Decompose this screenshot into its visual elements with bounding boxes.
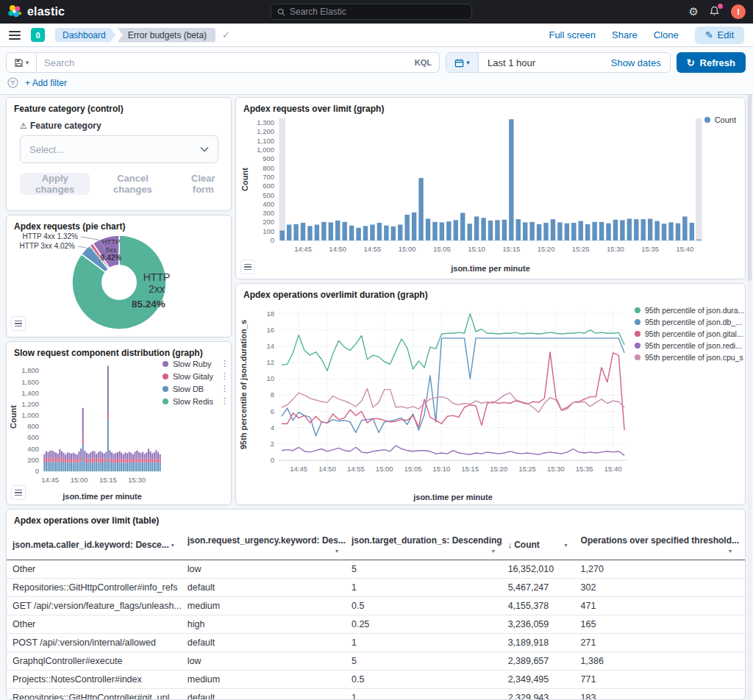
edit-button[interactable]: ✎ Edit: [695, 26, 744, 44]
table-cell: 1: [351, 579, 508, 597]
legend-item[interactable]: Count: [704, 115, 736, 124]
sort-caret-icon[interactable]: ▾: [729, 548, 732, 554]
column-header[interactable]: Operations over specified threshold...▾: [581, 530, 745, 560]
table-cell: 5,467,247: [508, 579, 581, 597]
share-button[interactable]: Share: [612, 29, 638, 40]
svg-text:1,800: 1,800: [21, 366, 39, 374]
svg-text:json.time per minute: json.time per minute: [413, 493, 493, 501]
legend-toggle-icon[interactable]: [11, 316, 26, 331]
avatar[interactable]: I: [731, 4, 746, 19]
legend-menu-icon[interactable]: ⋮: [221, 384, 229, 393]
page-scrollbar[interactable]: [747, 24, 752, 700]
legend-item[interactable]: Slow Redis⋮: [163, 396, 229, 406]
data-table: json.meta.caller_id.keyword: Desce...▾js…: [7, 530, 745, 700]
breadcrumb-bar: 0 Dashboard Error budgets (beta) ✓ Full …: [0, 24, 753, 47]
clone-button[interactable]: Clone: [654, 29, 679, 40]
refresh-button[interactable]: ↻ Refresh: [677, 52, 746, 73]
kql-button[interactable]: KQL: [415, 58, 432, 67]
refresh-icon: ↻: [687, 57, 695, 68]
legend-label: 95th percentile of json.cpu_s: [645, 353, 743, 362]
filter-icon[interactable]: [7, 77, 18, 88]
line-chart[interactable]: 02468101214161814:4514:5014:5515:0015:05…: [236, 297, 633, 504]
legend-menu-icon[interactable]: ⋮: [221, 371, 229, 381]
cancel-changes-button[interactable]: Cancel changes: [96, 173, 169, 195]
table-cell: 3,236,059: [508, 615, 581, 634]
legend-label: Slow DB: [173, 385, 204, 393]
saved-query-menu-button[interactable]: ▾: [6, 52, 37, 73]
column-header[interactable]: json.request_urgency.keyword: Des...▾: [188, 530, 351, 560]
breadcrumb-check-icon[interactable]: ✓: [222, 29, 230, 40]
table-cell: GraphqlController#execute: [7, 652, 188, 671]
bar-chart[interactable]: 01002003004005006007008009001,0001,1001,…: [236, 113, 745, 276]
svg-text:18: 18: [266, 310, 274, 318]
clear-form-button[interactable]: Clear form: [176, 173, 231, 195]
svg-text:8: 8: [271, 390, 274, 399]
show-dates-button[interactable]: Show dates: [602, 57, 670, 68]
table-cell: 271: [581, 634, 745, 652]
svg-text:15:00: 15:00: [399, 245, 416, 253]
sort-caret-icon[interactable]: ▾: [565, 542, 568, 549]
legend-menu-icon[interactable]: ⋮: [221, 396, 229, 406]
elastic-logo-icon: [7, 4, 22, 19]
table-cell: Repositories::GitHttpController#git_upl.…: [7, 689, 188, 700]
legend-item[interactable]: 95th percentile of json.dura...: [635, 306, 744, 315]
legend-item[interactable]: 95th percentile of json.db_...: [635, 318, 744, 326]
table-cell: Other: [7, 560, 188, 579]
gear-icon[interactable]: ⚙: [689, 5, 699, 18]
space-avatar[interactable]: 0: [31, 28, 45, 42]
legend-label: 95th percentile of json.gital...: [645, 329, 743, 338]
column-header[interactable]: json.meta.caller_id.keyword: Desce...▾: [7, 530, 188, 560]
legend-item[interactable]: Slow Ruby⋮: [163, 359, 229, 368]
svg-text:14:55: 14:55: [347, 465, 365, 473]
sort-caret-icon[interactable]: ▾: [335, 548, 338, 554]
svg-text:json.time per minute: json.time per minute: [450, 264, 530, 273]
legend-item[interactable]: 95th percentile of json.gital...: [635, 329, 744, 338]
table-cell: 771: [581, 671, 745, 689]
stacked-bar-chart[interactable]: 02004006008001,0001,2001,4001,6001,80014…: [8, 357, 164, 504]
sort-caret-icon[interactable]: ▾: [171, 542, 174, 549]
sort-caret-icon[interactable]: ▾: [492, 548, 495, 554]
feature-category-select[interactable]: Select...: [20, 135, 218, 163]
table-cell: default: [188, 689, 351, 700]
svg-text:14:45: 14:45: [294, 245, 312, 253]
time-range-value[interactable]: Last 1 hour: [479, 57, 602, 68]
panel-apdex-operations-overlimit-duration: Apdex operations overlimit duration (gra…: [235, 283, 746, 505]
save-icon: [14, 58, 24, 68]
table-cell: medium: [188, 671, 351, 689]
legend-label: 95th percentile of json.dura...: [645, 306, 744, 315]
svg-text:15:05: 15:05: [404, 465, 422, 473]
legend-toggle-icon[interactable]: [11, 485, 26, 500]
legend-menu-icon[interactable]: ⋮: [221, 359, 229, 368]
search-input[interactable]: Search KQL: [37, 52, 440, 73]
legend-item[interactable]: 95th percentile of json.cpu_s: [635, 353, 744, 362]
global-search-input[interactable]: Search Elastic: [271, 4, 472, 20]
legend-toggle-icon[interactable]: [240, 260, 255, 274]
add-filter-button[interactable]: + Add filter: [25, 78, 67, 88]
quick-select-button[interactable]: ▾: [446, 53, 479, 72]
column-header[interactable]: json.target_duration_s: Descending▾: [351, 530, 508, 560]
svg-text:15:15: 15:15: [461, 465, 479, 473]
svg-text:15:40: 15:40: [677, 245, 694, 253]
apply-changes-button[interactable]: Apply changes: [20, 173, 90, 195]
panel-slow-request-distribution: Slow request component distribution (gra…: [6, 341, 232, 505]
breadcrumb-dashboard[interactable]: Dashboard: [55, 28, 116, 43]
column-header[interactable]: ↓Count▾: [508, 530, 581, 560]
svg-text:15:25: 15:25: [572, 245, 590, 253]
table-row: Otherhigh0.253,236,059165: [7, 615, 745, 634]
full-screen-button[interactable]: Full screen: [549, 29, 596, 40]
legend-item[interactable]: 95th percentile of json.redi...: [635, 341, 744, 350]
svg-text:100: 100: [263, 227, 274, 235]
svg-text:1,000: 1,000: [257, 146, 274, 154]
legend-dot-icon: [163, 399, 168, 404]
svg-text:14:50: 14:50: [318, 465, 336, 473]
table-cell: 0.5: [351, 671, 508, 689]
svg-text:1,200: 1,200: [21, 400, 39, 408]
scrollbar-thumb[interactable]: [748, 75, 752, 281]
legend-item[interactable]: Slow Gitaly⋮: [163, 371, 229, 381]
notifications-icon[interactable]: [709, 6, 721, 18]
table-cell: low: [188, 560, 351, 579]
menu-icon[interactable]: [9, 31, 21, 40]
elastic-logo[interactable]: elastic: [7, 4, 65, 19]
table-cell: low: [188, 652, 351, 671]
legend-item[interactable]: Slow DB⋮: [163, 384, 229, 393]
